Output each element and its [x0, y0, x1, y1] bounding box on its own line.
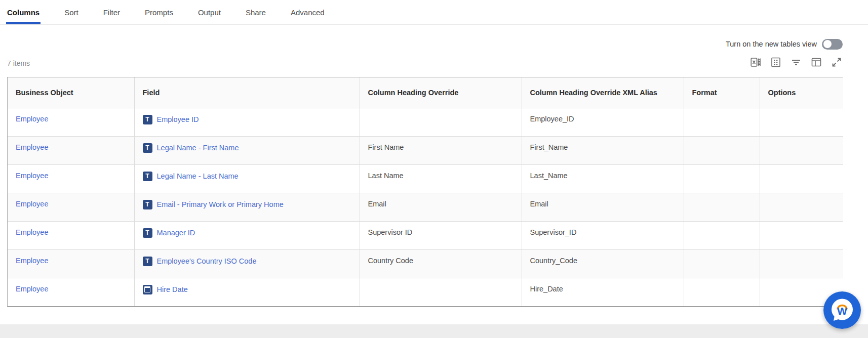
- field-cell: TEmployee ID: [134, 108, 360, 136]
- business-object-cell: Employee: [8, 193, 134, 221]
- excel-export-icon[interactable]: [749, 56, 762, 68]
- table-actions: [749, 56, 843, 68]
- xml-alias-cell: Supervisor_ID: [522, 221, 684, 249]
- options-cell: [760, 136, 843, 164]
- table-row: EmployeeTEmail - Primary Work or Primary…: [8, 193, 843, 221]
- column-heading-override-cell: Supervisor ID: [360, 221, 522, 249]
- business-object-cell: Employee: [8, 164, 134, 193]
- business-object-cell: Employee: [8, 136, 134, 164]
- table-row: EmployeeTManager IDSupervisor IDSupervis…: [8, 221, 843, 249]
- items-count: 7 items: [7, 59, 30, 67]
- page-background-strip: [0, 324, 868, 338]
- tab-columns[interactable]: Columns: [7, 0, 40, 24]
- options-cell: [760, 193, 843, 221]
- xml-alias-cell: First_Name: [522, 136, 684, 164]
- column-heading-override-cell: Email: [360, 193, 522, 221]
- field-link[interactable]: Legal Name - First Name: [157, 144, 239, 152]
- format-cell: [684, 193, 760, 221]
- workday-w-letter: W: [837, 305, 847, 317]
- text-field-icon: T: [143, 115, 152, 124]
- field-cell: TEmail - Primary Work or Primary Home: [134, 193, 360, 221]
- table-row: EmployeeTEmployee IDEmployee_ID: [8, 108, 843, 136]
- text-field-icon: T: [143, 228, 152, 238]
- column-heading-override-cell: [360, 108, 522, 136]
- options-cell: [760, 108, 843, 136]
- column-heading-override-cell: [360, 278, 522, 306]
- col-header-business-object: Business Object: [8, 77, 134, 108]
- new-tables-view-toggle-label: Turn on the new tables view: [726, 40, 817, 48]
- format-cell: [684, 108, 760, 136]
- options-cell: [760, 164, 843, 193]
- table-header: Business Object Field Column Heading Ove…: [8, 77, 843, 108]
- columns-table: Business Object Field Column Heading Ove…: [7, 77, 843, 307]
- freeze-panes-icon[interactable]: [810, 56, 822, 68]
- field-link[interactable]: Employee ID: [157, 115, 199, 123]
- field-link[interactable]: Hire Date: [157, 285, 188, 293]
- filter-icon[interactable]: [790, 56, 802, 68]
- field-cell: TLegal Name - Last Name: [134, 164, 360, 193]
- calendar-glyph: [144, 286, 150, 292]
- field-cell: TLegal Name - First Name: [134, 136, 360, 164]
- field-link[interactable]: Email - Primary Work or Primary Home: [157, 200, 284, 208]
- business-object-link[interactable]: Employee: [16, 228, 48, 236]
- text-field-icon: T: [143, 172, 152, 181]
- business-object-cell: Employee: [8, 221, 134, 249]
- format-cell: [684, 249, 760, 278]
- tab-filter[interactable]: Filter: [103, 0, 120, 24]
- business-object-link[interactable]: Employee: [16, 115, 48, 123]
- business-object-link[interactable]: Employee: [16, 143, 48, 151]
- options-cell: [760, 221, 843, 249]
- tab-output[interactable]: Output: [198, 0, 221, 24]
- business-object-cell: Employee: [8, 249, 134, 278]
- xml-alias-cell: Employee_ID: [522, 108, 684, 136]
- options-cell: [760, 249, 843, 278]
- business-object-link[interactable]: Employee: [16, 200, 48, 208]
- col-header-xml-alias: Column Heading Override XML Alias: [522, 77, 684, 108]
- table-row: EmployeeTEmployee's Country ISO CodeCoun…: [8, 249, 843, 278]
- new-tables-view-toggle-row: Turn on the new tables view: [726, 37, 843, 51]
- business-object-cell: Employee: [8, 278, 134, 306]
- xml-alias-cell: Country_Code: [522, 249, 684, 278]
- table-row: EmployeeTLegal Name - First NameFirst Na…: [8, 136, 843, 164]
- table-body: EmployeeTEmployee IDEmployee_IDEmployeeT…: [8, 108, 843, 306]
- field-cell: Hire Date: [134, 278, 360, 306]
- col-header-field: Field: [134, 77, 360, 108]
- tab-prompts[interactable]: Prompts: [145, 0, 173, 24]
- toggle-knob: [823, 40, 832, 48]
- format-cell: [684, 164, 760, 193]
- column-heading-override-cell: Last Name: [360, 164, 522, 193]
- business-object-link[interactable]: Employee: [16, 257, 48, 265]
- field-cell: TEmployee's Country ISO Code: [134, 249, 360, 278]
- workday-assistant-button[interactable]: W: [823, 291, 861, 329]
- format-cell: [684, 221, 760, 249]
- tab-bar: Columns Sort Filter Prompts Output Share…: [0, 0, 868, 25]
- field-link[interactable]: Legal Name - Last Name: [157, 172, 239, 180]
- tab-share[interactable]: Share: [246, 0, 266, 24]
- col-header-options: Options: [760, 77, 843, 108]
- text-field-icon: T: [143, 257, 152, 266]
- xml-alias-cell: Email: [522, 193, 684, 221]
- field-link[interactable]: Manager ID: [157, 229, 195, 237]
- tab-sort[interactable]: Sort: [64, 0, 78, 24]
- date-field-icon: [143, 285, 152, 294]
- field-link[interactable]: Employee's Country ISO Code: [157, 257, 257, 265]
- table-row: EmployeeHire DateHire_Date: [8, 278, 843, 306]
- xml-alias-cell: Hire_Date: [522, 278, 684, 306]
- business-object-link[interactable]: Employee: [16, 172, 48, 180]
- column-heading-override-cell: Country Code: [360, 249, 522, 278]
- tab-advanced[interactable]: Advanced: [291, 0, 325, 24]
- format-cell: [684, 278, 760, 306]
- xml-alias-cell: Last_Name: [522, 164, 684, 193]
- business-object-cell: Employee: [8, 108, 134, 136]
- text-field-icon: T: [143, 200, 152, 209]
- col-header-format: Format: [684, 77, 760, 108]
- column-heading-override-cell: First Name: [360, 136, 522, 164]
- table-view-icon[interactable]: [770, 56, 782, 68]
- business-object-link[interactable]: Employee: [16, 285, 48, 293]
- text-field-icon: T: [143, 143, 152, 153]
- expand-icon[interactable]: [831, 56, 843, 68]
- new-tables-view-toggle[interactable]: [822, 39, 843, 50]
- col-header-column-heading-override: Column Heading Override: [360, 77, 522, 108]
- field-cell: TManager ID: [134, 221, 360, 249]
- table-row: EmployeeTLegal Name - Last NameLast Name…: [8, 164, 843, 193]
